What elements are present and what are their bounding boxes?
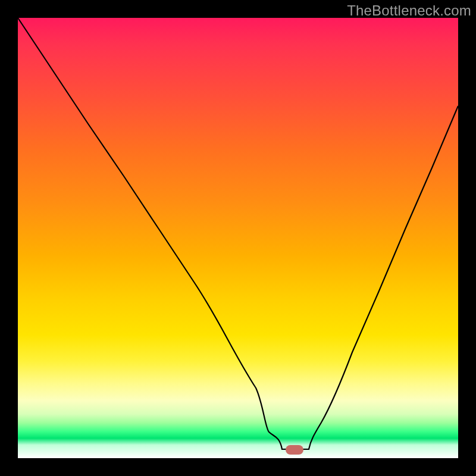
curve-svg: [18, 18, 458, 458]
bottleneck-curve: [18, 18, 458, 449]
plot-area: [18, 18, 458, 458]
floor-marker: [286, 445, 303, 455]
watermark-text: TheBottleneck.com: [347, 2, 471, 19]
chart-frame: TheBottleneck.com: [0, 0, 476, 476]
